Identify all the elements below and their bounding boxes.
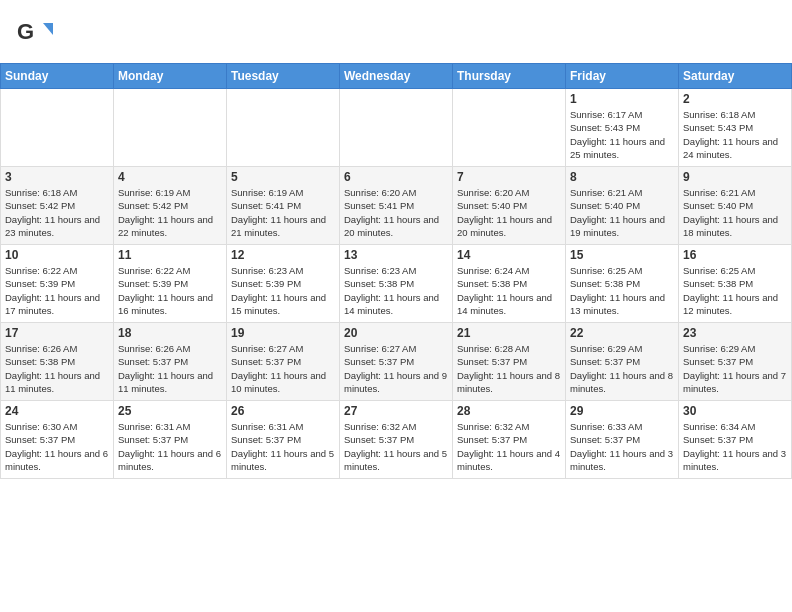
day-number: 20 [344,326,448,340]
day-number: 13 [344,248,448,262]
calendar-cell: 13Sunrise: 6:23 AM Sunset: 5:38 PM Dayli… [340,245,453,323]
calendar-cell [453,89,566,167]
calendar-cell: 28Sunrise: 6:32 AM Sunset: 5:37 PM Dayli… [453,401,566,479]
day-number: 11 [118,248,222,262]
calendar-cell: 9Sunrise: 6:21 AM Sunset: 5:40 PM Daylig… [679,167,792,245]
day-info: Sunrise: 6:32 AM Sunset: 5:37 PM Dayligh… [457,420,561,473]
calendar-header-tuesday: Tuesday [227,64,340,89]
day-number: 25 [118,404,222,418]
day-info: Sunrise: 6:20 AM Sunset: 5:40 PM Dayligh… [457,186,561,239]
day-number: 14 [457,248,561,262]
day-info: Sunrise: 6:17 AM Sunset: 5:43 PM Dayligh… [570,108,674,161]
day-info: Sunrise: 6:19 AM Sunset: 5:42 PM Dayligh… [118,186,222,239]
day-info: Sunrise: 6:33 AM Sunset: 5:37 PM Dayligh… [570,420,674,473]
calendar-cell: 2Sunrise: 6:18 AM Sunset: 5:43 PM Daylig… [679,89,792,167]
day-info: Sunrise: 6:31 AM Sunset: 5:37 PM Dayligh… [231,420,335,473]
day-info: Sunrise: 6:19 AM Sunset: 5:41 PM Dayligh… [231,186,335,239]
calendar-week-0: 1Sunrise: 6:17 AM Sunset: 5:43 PM Daylig… [1,89,792,167]
header: G [0,0,792,63]
svg-text:G: G [17,19,34,44]
calendar-cell: 1Sunrise: 6:17 AM Sunset: 5:43 PM Daylig… [566,89,679,167]
calendar-week-1: 3Sunrise: 6:18 AM Sunset: 5:42 PM Daylig… [1,167,792,245]
day-number: 4 [118,170,222,184]
svg-marker-1 [43,23,53,35]
calendar-cell [340,89,453,167]
day-info: Sunrise: 6:31 AM Sunset: 5:37 PM Dayligh… [118,420,222,473]
calendar-cell [114,89,227,167]
calendar-cell: 21Sunrise: 6:28 AM Sunset: 5:37 PM Dayli… [453,323,566,401]
calendar-header-wednesday: Wednesday [340,64,453,89]
calendar-header-thursday: Thursday [453,64,566,89]
day-number: 23 [683,326,787,340]
day-info: Sunrise: 6:27 AM Sunset: 5:37 PM Dayligh… [231,342,335,395]
calendar-cell: 29Sunrise: 6:33 AM Sunset: 5:37 PM Dayli… [566,401,679,479]
calendar-cell [227,89,340,167]
day-info: Sunrise: 6:18 AM Sunset: 5:42 PM Dayligh… [5,186,109,239]
day-number: 1 [570,92,674,106]
day-number: 19 [231,326,335,340]
day-info: Sunrise: 6:24 AM Sunset: 5:38 PM Dayligh… [457,264,561,317]
calendar-header-sunday: Sunday [1,64,114,89]
calendar-cell: 17Sunrise: 6:26 AM Sunset: 5:38 PM Dayli… [1,323,114,401]
calendar-header-row: SundayMondayTuesdayWednesdayThursdayFrid… [1,64,792,89]
calendar-table: SundayMondayTuesdayWednesdayThursdayFrid… [0,63,792,479]
day-number: 2 [683,92,787,106]
day-info: Sunrise: 6:32 AM Sunset: 5:37 PM Dayligh… [344,420,448,473]
day-info: Sunrise: 6:25 AM Sunset: 5:38 PM Dayligh… [570,264,674,317]
calendar-cell: 24Sunrise: 6:30 AM Sunset: 5:37 PM Dayli… [1,401,114,479]
day-number: 15 [570,248,674,262]
day-number: 27 [344,404,448,418]
day-info: Sunrise: 6:22 AM Sunset: 5:39 PM Dayligh… [5,264,109,317]
day-number: 6 [344,170,448,184]
calendar-cell: 20Sunrise: 6:27 AM Sunset: 5:37 PM Dayli… [340,323,453,401]
day-info: Sunrise: 6:22 AM Sunset: 5:39 PM Dayligh… [118,264,222,317]
day-info: Sunrise: 6:23 AM Sunset: 5:39 PM Dayligh… [231,264,335,317]
day-info: Sunrise: 6:34 AM Sunset: 5:37 PM Dayligh… [683,420,787,473]
day-number: 21 [457,326,561,340]
day-number: 10 [5,248,109,262]
calendar-header-monday: Monday [114,64,227,89]
day-number: 3 [5,170,109,184]
calendar-cell: 14Sunrise: 6:24 AM Sunset: 5:38 PM Dayli… [453,245,566,323]
day-number: 18 [118,326,222,340]
day-number: 8 [570,170,674,184]
calendar-cell: 30Sunrise: 6:34 AM Sunset: 5:37 PM Dayli… [679,401,792,479]
day-number: 17 [5,326,109,340]
day-number: 9 [683,170,787,184]
day-info: Sunrise: 6:25 AM Sunset: 5:38 PM Dayligh… [683,264,787,317]
day-number: 28 [457,404,561,418]
logo: G [15,15,57,53]
calendar-cell: 5Sunrise: 6:19 AM Sunset: 5:41 PM Daylig… [227,167,340,245]
day-number: 16 [683,248,787,262]
calendar-cell: 8Sunrise: 6:21 AM Sunset: 5:40 PM Daylig… [566,167,679,245]
calendar-cell [1,89,114,167]
day-info: Sunrise: 6:29 AM Sunset: 5:37 PM Dayligh… [683,342,787,395]
day-number: 22 [570,326,674,340]
day-number: 7 [457,170,561,184]
calendar-cell: 15Sunrise: 6:25 AM Sunset: 5:38 PM Dayli… [566,245,679,323]
calendar-cell: 11Sunrise: 6:22 AM Sunset: 5:39 PM Dayli… [114,245,227,323]
calendar-week-4: 24Sunrise: 6:30 AM Sunset: 5:37 PM Dayli… [1,401,792,479]
calendar-cell: 16Sunrise: 6:25 AM Sunset: 5:38 PM Dayli… [679,245,792,323]
day-number: 5 [231,170,335,184]
calendar-cell: 3Sunrise: 6:18 AM Sunset: 5:42 PM Daylig… [1,167,114,245]
day-number: 26 [231,404,335,418]
day-info: Sunrise: 6:27 AM Sunset: 5:37 PM Dayligh… [344,342,448,395]
calendar-cell: 23Sunrise: 6:29 AM Sunset: 5:37 PM Dayli… [679,323,792,401]
calendar-cell: 25Sunrise: 6:31 AM Sunset: 5:37 PM Dayli… [114,401,227,479]
day-info: Sunrise: 6:26 AM Sunset: 5:37 PM Dayligh… [118,342,222,395]
calendar-cell: 19Sunrise: 6:27 AM Sunset: 5:37 PM Dayli… [227,323,340,401]
calendar-cell: 6Sunrise: 6:20 AM Sunset: 5:41 PM Daylig… [340,167,453,245]
calendar-cell: 18Sunrise: 6:26 AM Sunset: 5:37 PM Dayli… [114,323,227,401]
calendar-cell: 4Sunrise: 6:19 AM Sunset: 5:42 PM Daylig… [114,167,227,245]
day-info: Sunrise: 6:23 AM Sunset: 5:38 PM Dayligh… [344,264,448,317]
calendar-week-3: 17Sunrise: 6:26 AM Sunset: 5:38 PM Dayli… [1,323,792,401]
day-number: 30 [683,404,787,418]
day-info: Sunrise: 6:21 AM Sunset: 5:40 PM Dayligh… [570,186,674,239]
calendar-cell: 26Sunrise: 6:31 AM Sunset: 5:37 PM Dayli… [227,401,340,479]
calendar-cell: 10Sunrise: 6:22 AM Sunset: 5:39 PM Dayli… [1,245,114,323]
day-number: 24 [5,404,109,418]
calendar-header-friday: Friday [566,64,679,89]
logo-icon: G [15,15,53,53]
day-info: Sunrise: 6:30 AM Sunset: 5:37 PM Dayligh… [5,420,109,473]
